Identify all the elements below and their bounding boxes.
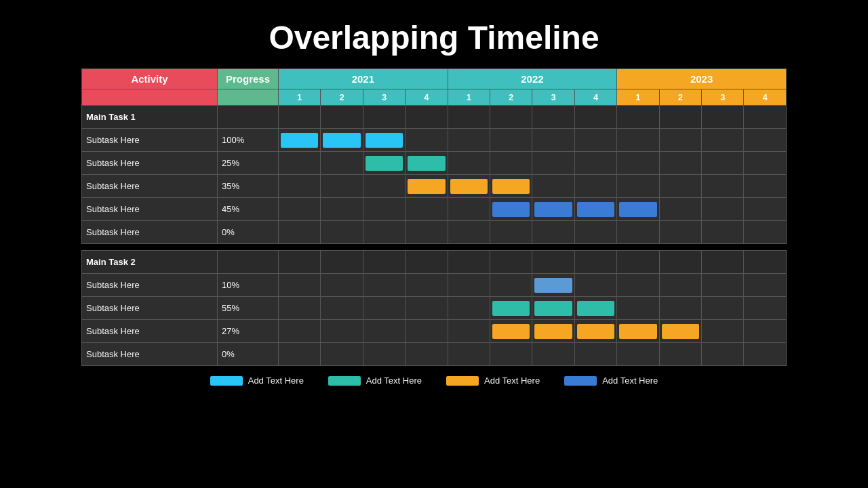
legend-swatch	[446, 376, 479, 386]
task-cell	[363, 320, 405, 343]
legend-label: Add Text Here	[602, 375, 658, 386]
task-cell	[617, 129, 659, 152]
bar-indicator	[323, 133, 360, 148]
task-cell	[490, 152, 532, 175]
task-cell	[363, 106, 405, 129]
legend-item: Add Text Here	[210, 375, 304, 386]
task-cell	[574, 175, 616, 198]
year-2023: 2023	[617, 69, 787, 89]
task-cell	[702, 274, 744, 297]
page-title: Overlapping Timeline	[269, 19, 599, 56]
q-2022-3: 3	[532, 89, 574, 106]
bar-indicator	[577, 301, 614, 316]
task-progress: 45%	[218, 198, 279, 221]
task-cell	[659, 152, 701, 175]
task-cell	[279, 343, 321, 366]
task-cell	[744, 175, 787, 198]
task-cell	[279, 129, 321, 152]
task-cell	[448, 274, 490, 297]
task-cell	[448, 129, 490, 152]
bar-indicator	[577, 324, 614, 339]
task-cell	[702, 320, 744, 343]
legend-item: Add Text Here	[446, 375, 540, 386]
task-cell	[321, 175, 363, 198]
task-cell	[448, 343, 490, 366]
task-cell	[574, 129, 616, 152]
task-name: Subtask Here	[82, 198, 218, 221]
task-cell	[363, 274, 405, 297]
task-name: Subtask Here	[82, 221, 218, 244]
table-row: Subtask Here0%	[82, 343, 787, 366]
task-cell	[448, 175, 490, 198]
legend-swatch	[564, 376, 597, 386]
task-cell	[744, 198, 787, 221]
bar-indicator	[408, 179, 445, 194]
task-cell	[574, 320, 616, 343]
bar-indicator	[534, 301, 572, 316]
task-cell	[574, 343, 616, 366]
task-name: Subtask Here	[82, 274, 218, 297]
bar-indicator	[492, 179, 530, 194]
task-cell	[617, 106, 659, 129]
task-name: Main Task 1	[82, 106, 218, 129]
task-progress: 0%	[218, 221, 279, 244]
table-row: Subtask Here55%	[82, 297, 787, 320]
task-cell	[659, 297, 701, 320]
task-cell	[659, 320, 701, 343]
task-cell	[744, 152, 787, 175]
task-cell	[702, 297, 744, 320]
task-cell	[659, 106, 701, 129]
task-cell	[617, 320, 659, 343]
task-cell	[617, 343, 659, 366]
task-cell	[532, 274, 574, 297]
task-cell	[406, 343, 448, 366]
task-progress: 0%	[218, 343, 279, 366]
task-cell	[490, 274, 532, 297]
task-cell	[574, 274, 616, 297]
task-cell	[659, 175, 701, 198]
task-cell	[363, 221, 405, 244]
task-cell	[279, 274, 321, 297]
bar-indicator	[366, 133, 403, 148]
task-cell	[574, 221, 616, 244]
task-cell	[448, 297, 490, 320]
task-cell	[532, 175, 574, 198]
task-cell	[448, 221, 490, 244]
bar-indicator	[281, 133, 318, 148]
table-row: Main Task 1	[82, 106, 787, 129]
task-cell	[659, 343, 701, 366]
task-cell	[406, 320, 448, 343]
task-progress: 35%	[218, 175, 279, 198]
legend-item: Add Text Here	[328, 375, 422, 386]
task-cell	[279, 198, 321, 221]
task-cell	[321, 274, 363, 297]
task-cell	[702, 251, 744, 274]
task-cell	[744, 129, 787, 152]
task-cell	[406, 152, 448, 175]
task-cell	[659, 198, 701, 221]
table-row: Subtask Here100%	[82, 129, 787, 152]
task-cell	[532, 221, 574, 244]
task-cell	[406, 297, 448, 320]
progress-header: Progress	[218, 69, 279, 89]
task-cell	[532, 297, 574, 320]
task-name: Subtask Here	[82, 343, 218, 366]
task-cell	[406, 198, 448, 221]
task-progress	[218, 106, 279, 129]
task-cell	[659, 129, 701, 152]
task-cell	[363, 129, 405, 152]
task-progress: 100%	[218, 129, 279, 152]
task-cell	[406, 106, 448, 129]
task-cell	[617, 175, 659, 198]
task-cell	[406, 221, 448, 244]
task-cell	[702, 221, 744, 244]
task-cell	[532, 129, 574, 152]
quarter-act	[82, 89, 218, 106]
task-cell	[321, 251, 363, 274]
task-cell	[490, 175, 532, 198]
task-cell	[406, 129, 448, 152]
task-name: Subtask Here	[82, 175, 218, 198]
quarter-header-row: 1 2 3 4 1 2 3 4 1 2 3 4	[82, 89, 787, 106]
task-cell	[279, 152, 321, 175]
task-cell	[321, 221, 363, 244]
